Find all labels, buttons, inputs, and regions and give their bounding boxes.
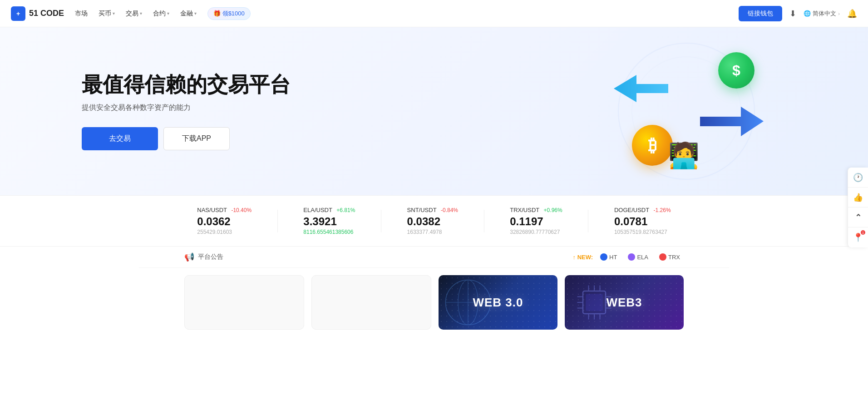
nav-label-finance: 金融	[180, 10, 193, 18]
navbar-left: + 51 CODE 市场 买币 ▾ 交易 ▾ 合约 ▾ 金融 ▾ 🎁 领$100…	[11, 6, 251, 21]
ticker-change-snt: -0.84%	[441, 207, 458, 213]
token-badge-ht[interactable]: HT	[597, 252, 621, 262]
ticker-price-nas: 0.0362	[197, 215, 252, 228]
ticker-change-ela: +6.81%	[336, 207, 355, 213]
download-app-button[interactable]: 下载APP	[163, 127, 230, 150]
hero-subtitle: 提供安全交易各种数字资产的能力	[82, 103, 291, 113]
arrow-left-icon	[614, 75, 668, 102]
ticker-pair-doge: DOGE/USDT -1.26%	[614, 207, 671, 213]
ticker-divider	[277, 210, 278, 232]
character-figure: 🧑‍💻	[668, 141, 700, 170]
language-selector[interactable]: 🌐 简体中文 ›	[804, 10, 840, 18]
nav-label-futures: 合约	[153, 10, 166, 18]
ticker-vol-snt: 1633377.4978	[407, 229, 458, 235]
globe-icon: 🌐	[804, 10, 811, 17]
ticker-vol-trx: 32826890.77770627	[510, 229, 562, 235]
banner-card-web3[interactable]: WEB 3.0	[439, 275, 557, 330]
chevron-down-icon: ▾	[167, 11, 169, 16]
ticker-item-trx[interactable]: TRX/USDT +0.96% 0.1197 32826890.77770627	[510, 207, 562, 235]
ela-icon	[628, 253, 635, 261]
nav-label-market: 市场	[75, 10, 88, 18]
nav-item-futures[interactable]: 合约 ▾	[153, 10, 169, 18]
hero-visual: ₿ $ 🧑‍💻	[577, 39, 786, 184]
trx-icon	[659, 253, 666, 261]
announcement-right: ↑ NEW: HT ELA TRX	[573, 252, 684, 262]
banner-card-web3chip[interactable]: WEB3	[565, 275, 684, 330]
banner-card-1[interactable]	[184, 275, 304, 330]
ticker-pair-nas: NAS/USDT -10.40%	[197, 207, 252, 213]
logo-text: 51 CODE	[29, 9, 64, 18]
navbar-right: 链接钱包 ⬇ 🌐 简体中文 › 🔔	[739, 6, 857, 21]
promo-badge[interactable]: 🎁 领$1000	[207, 7, 251, 20]
svg-marker-2	[614, 75, 668, 102]
announcement-icon: 📢	[184, 252, 194, 262]
chevron-down-icon: ▾	[113, 11, 115, 16]
sidebar-scroll-top-button[interactable]: ⌃	[848, 208, 868, 227]
nav-item-trade[interactable]: 交易 ▾	[126, 10, 142, 18]
download-icon[interactable]: ⬇	[789, 9, 796, 19]
sidebar-history-button[interactable]: 🕐	[848, 168, 868, 188]
connect-wallet-button[interactable]: 链接钱包	[739, 6, 782, 21]
ticker-item-doge[interactable]: DOGE/USDT -1.26% 0.0781 105357519.827634…	[614, 207, 671, 235]
token-badge-trx[interactable]: TRX	[656, 252, 684, 262]
web3-label: WEB 3.0	[473, 296, 523, 310]
ticker-divider-3	[484, 210, 484, 232]
ticker-price-ela: 3.3921	[303, 215, 355, 228]
chevron-down-icon: ▾	[140, 11, 142, 16]
svg-marker-3	[700, 107, 764, 136]
ticker-change-nas: -10.40%	[231, 207, 252, 213]
banner-card-2[interactable]	[311, 275, 431, 330]
ticker-change-trx: +0.96%	[544, 207, 562, 213]
ticker-price-snt: 0.0382	[407, 215, 458, 228]
chevron-up-icon: ⌃	[855, 212, 862, 222]
announcement-left: 📢 平台公告	[184, 252, 223, 262]
go-trade-button[interactable]: 去交易	[82, 127, 158, 150]
right-sidebar: 🕐 👍 ⌃ 📍 1	[848, 168, 868, 247]
new-badge: ↑ NEW:	[573, 254, 593, 261]
hero-section: 最值得信赖的交易平台 提供安全交易各种数字资产的能力 去交易 下载APP	[0, 27, 868, 195]
announcement-bar: 📢 平台公告 ↑ NEW: HT ELA TRX	[139, 247, 729, 268]
hero-title: 最值得信赖的交易平台	[82, 72, 291, 97]
ticker-price-trx: 0.1197	[510, 215, 562, 228]
ticker-pair-ela: ELA/USDT +6.81%	[303, 207, 355, 213]
ticker-divider-2	[381, 210, 381, 232]
bitcoin-coin: ₿	[632, 125, 673, 166]
chevron-down-icon: ▾	[194, 11, 197, 16]
svg-rect-9	[586, 294, 603, 311]
ticker-item-nas[interactable]: NAS/USDT -10.40% 0.0362 255429.01603	[197, 207, 252, 235]
ticker-item-snt[interactable]: SNT/USDT -0.84% 0.0382 1633377.4978	[407, 207, 458, 235]
nav-label-trade: 交易	[126, 10, 138, 18]
sidebar-location-button[interactable]: 📍 1	[848, 227, 868, 247]
ticker-vol-ela: 8116.655461385606	[303, 229, 355, 235]
notification-icon[interactable]: 🔔	[847, 9, 857, 19]
ticker-change-doge: -1.26%	[654, 207, 671, 213]
ticker-price-doge: 0.0781	[614, 215, 671, 228]
ticker-section: NAS/USDT -10.40% 0.0362 255429.01603 ELA…	[0, 195, 868, 247]
language-label: 简体中文	[813, 10, 836, 18]
nav-item-market[interactable]: 市场	[75, 10, 88, 18]
hero-content: 最值得信赖的交易平台 提供安全交易各种数字资产的能力 去交易 下载APP	[82, 72, 291, 150]
nav-item-finance[interactable]: 金融 ▾	[180, 10, 197, 18]
ticker-item-ela[interactable]: ELA/USDT +6.81% 3.3921 8116.655461385606	[303, 207, 355, 235]
sidebar-like-button[interactable]: 👍	[848, 188, 868, 208]
web3chip-label: WEB3	[606, 296, 642, 310]
logo-icon: +	[11, 6, 25, 21]
notification-badge: 1	[861, 230, 865, 235]
history-icon: 🕐	[853, 173, 863, 183]
promo-label: 🎁 领$1000	[213, 10, 245, 18]
navbar: + 51 CODE 市场 买币 ▾ 交易 ▾ 合约 ▾ 金融 ▾ 🎁 领$100…	[0, 0, 868, 27]
ticker-pair-snt: SNT/USDT -0.84%	[407, 207, 458, 213]
banner-section: WEB 3.0 WEB3	[139, 268, 729, 337]
announcement-text: 平台公告	[198, 253, 223, 261]
token-badge-ela[interactable]: ELA	[624, 252, 652, 262]
ticker-divider-4	[588, 210, 588, 232]
ticker-inner: NAS/USDT -10.40% 0.0362 255429.01603 ELA…	[139, 207, 729, 235]
nav-item-buy[interactable]: 买币 ▾	[99, 10, 115, 18]
thumbs-up-icon: 👍	[853, 193, 863, 203]
logo[interactable]: + 51 CODE	[11, 6, 64, 21]
usd-coin: $	[718, 52, 755, 89]
ticker-vol-doge: 105357519.82763427	[614, 229, 671, 235]
hero-buttons: 去交易 下载APP	[82, 127, 291, 150]
coin-graphic: ₿ $ 🧑‍💻	[596, 48, 768, 175]
ticker-pair-trx: TRX/USDT +0.96%	[510, 207, 562, 213]
